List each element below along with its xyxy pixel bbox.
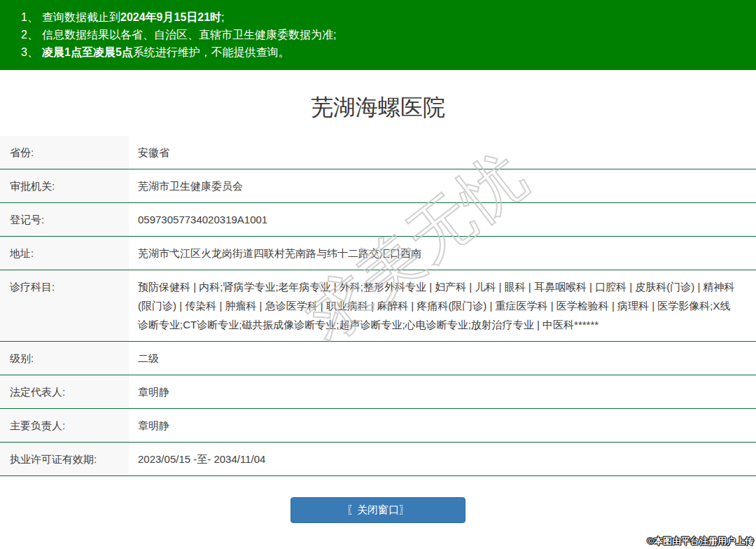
table-row: 省份:安徽省 [0,136,756,169]
row-label: 省份: [0,136,129,169]
row-value: 芜湖市弋江区火龙岗街道四联村芜南路与纬十二路交汇口西南 [129,237,756,270]
notice-text: 信息数据结果以各省、自治区、直辖市卫生健康委数据为准; [42,26,336,43]
table-row: 执业许可证有效期:2023/05/15 -至- 2034/11/04 [0,443,756,476]
notice-text: 凌晨1点至凌晨5点系统进行维护，不能提供查询。 [42,43,290,61]
row-label: 审批机关: [0,169,129,202]
row-value: 安徽省 [129,136,756,169]
table-row: 诊疗科目:预防保健科 | 内科;肾病学专业;老年病专业 | 外科;整形外科专业 … [0,270,756,342]
notice-list: 1、查询数据截止到2024年9月15日21时;2、信息数据结果以各省、自治区、直… [21,8,742,61]
table-row: 审批机关:芜湖市卫生健康委员会 [0,169,756,203]
table-row: 主要负责人:章明静 [0,409,756,443]
close-window-button[interactable]: 〖关闭窗口〗 [290,497,465,523]
table-row: 级别:二级 [0,342,756,375]
row-value: 05973057734020319A1001 [129,203,756,236]
row-label: 级别: [0,342,129,375]
notice-line: 1、查询数据截止到2024年9月15日21时; [21,8,742,26]
row-value: 二级 [129,342,756,375]
notice-number: 1、 [21,8,42,26]
notice-text: 查询数据截止到2024年9月15日21时; [42,8,225,26]
row-value: 章明静 [129,375,756,408]
notice-number: 3、 [21,43,42,61]
row-value: 预防保健科 | 内科;肾病学专业;老年病专业 | 外科;整形外科专业 | 妇产科… [129,270,756,341]
notice-line: 3、凌晨1点至凌晨5点系统进行维护，不能提供查询。 [21,43,742,61]
row-label: 地址: [0,237,129,270]
notice-line: 2、信息数据结果以各省、自治区、直辖市卫生健康委数据为准; [21,26,742,43]
detail-table: 省份:安徽省审批机关:芜湖市卫生健康委员会登记号:059730577340203… [0,136,756,476]
row-value: 2023/05/15 -至- 2034/11/04 [129,443,756,475]
row-label: 法定代表人: [0,375,129,408]
upload-credit-label: ©本图由平台注册用户上传 [647,535,754,548]
row-label: 执业许可证有效期: [0,443,129,475]
row-value: 芜湖市卫生健康委员会 [129,169,756,202]
table-row: 法定代表人:章明静 [0,375,756,409]
page-title: 芜湖海螺医院 [0,70,756,136]
row-label: 主要负责人: [0,409,129,442]
row-value: 章明静 [129,409,756,442]
notice-banner: 1、查询数据截止到2024年9月15日21时;2、信息数据结果以各省、自治区、直… [0,0,756,70]
detail-rows: 省份:安徽省审批机关:芜湖市卫生健康委员会登记号:059730577340203… [0,136,756,476]
footer-bar: 〖关闭窗口〗 [0,476,756,523]
row-label: 诊疗科目: [0,270,129,341]
table-row: 登记号:05973057734020319A1001 [0,203,756,237]
row-label: 登记号: [0,203,129,236]
notice-number: 2、 [21,26,42,43]
table-row: 地址:芜湖市弋江区火龙岗街道四联村芜南路与纬十二路交汇口西南 [0,237,756,270]
